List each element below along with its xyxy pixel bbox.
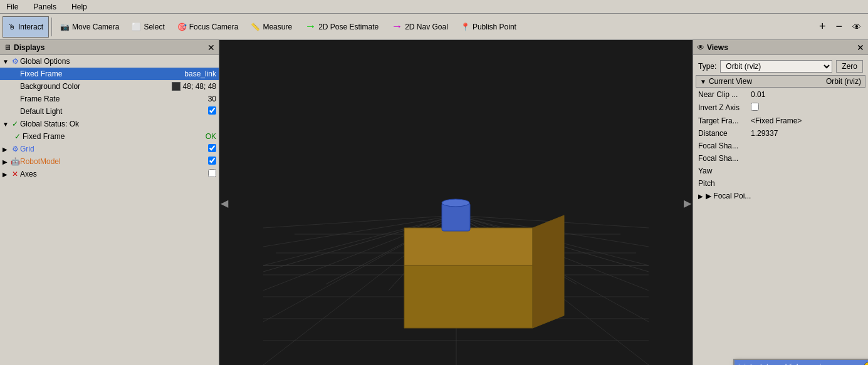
- axes-check[interactable]: [208, 169, 216, 179]
- main-layout: 🖥 Displays ✕ ▼ ⚙ Global Options Fixed Fr…: [0, 40, 868, 365]
- publish-point-button[interactable]: 📍 Publish Point: [455, 16, 522, 38]
- select-label: Select: [144, 23, 164, 31]
- invert-z-check[interactable]: [751, 103, 863, 113]
- pitch-row: Pitch: [696, 178, 865, 189]
- focal-point-label: ▶ Focal Poi...: [706, 192, 756, 200]
- type-dropdown[interactable]: Orbit (rviz): [720, 60, 832, 73]
- focal-point-row[interactable]: ▶ ▶ Focal Poi...: [696, 190, 865, 202]
- distance-label: Distance: [698, 129, 748, 138]
- viewport-left-arrow[interactable]: ◀: [221, 197, 228, 208]
- frame-rate-item[interactable]: Frame Rate 30: [0, 93, 219, 105]
- view-button[interactable]: 👁: [848, 16, 865, 38]
- move-camera-button[interactable]: 📷 Move Camera: [55, 16, 125, 38]
- frame-rate-value: 30: [208, 95, 216, 103]
- svg-marker-28: [404, 228, 533, 265]
- svg-point-31: [442, 199, 469, 207]
- axes-label: Axes: [20, 170, 208, 178]
- focus-camera-button[interactable]: 🎯 Focus Camera: [172, 16, 244, 38]
- axes-item[interactable]: ▶ ✕ Axes: [0, 168, 219, 180]
- go-expand[interactable]: ▼: [3, 58, 10, 65]
- gs-expand[interactable]: ▼: [3, 121, 10, 128]
- views-content: Type: Orbit (rviz) Zero ▼ Current View O…: [693, 55, 868, 256]
- robot-model-icon: 🤖: [10, 157, 20, 166]
- displays-panel-title: Displays: [14, 43, 44, 52]
- 2d-pose-label: 2D Pose Estimate: [318, 23, 379, 31]
- bg-color-item[interactable]: Background Color 48; 48; 48: [0, 80, 219, 93]
- fixed-frame-label: Fixed Frame: [20, 69, 184, 78]
- svg-marker-29: [533, 215, 564, 328]
- fixed-frame-ok-value: OK: [206, 132, 216, 141]
- current-view-value: Orbit (rviz): [826, 77, 861, 86]
- displays-tree: ▼ ⚙ Global Options Fixed Frame base_link…: [0, 55, 219, 365]
- focal-point-expand[interactable]: ▶: [698, 193, 703, 200]
- fixed-frame-ok-label: Fixed Frame: [23, 132, 206, 141]
- displays-panel-icon: 🖥: [4, 43, 11, 52]
- views-panel-header: 👁 Views ✕: [693, 40, 868, 55]
- zero-button[interactable]: Zero: [836, 60, 863, 73]
- yaw-label: Yaw: [698, 167, 748, 175]
- fixed-frame-item[interactable]: Fixed Frame base_link: [0, 68, 219, 80]
- displays-panel: 🖥 Displays ✕ ▼ ⚙ Global Options Fixed Fr…: [0, 40, 219, 365]
- menu-help[interactable]: Help: [68, 1, 91, 13]
- interact-label: Interact: [18, 23, 43, 31]
- robot-model-item[interactable]: ▶ 🤖 RobotModel: [0, 155, 219, 168]
- current-view-expand[interactable]: ▼: [700, 78, 706, 85]
- 2d-nav-button[interactable]: → 2D Nav Goal: [385, 16, 454, 38]
- default-light-label: Default Light: [20, 107, 208, 116]
- grid-icon: ⚙: [10, 145, 20, 153]
- grid-expand[interactable]: ▶: [3, 146, 10, 153]
- move-camera-icon: 📷: [60, 23, 70, 31]
- robot-model-check[interactable]: [208, 157, 216, 167]
- frame-rate-label: Frame Rate: [20, 95, 208, 103]
- interact-button[interactable]: 🖱 Interact: [3, 16, 49, 38]
- popup-controls: _ ✕: [864, 362, 868, 365]
- separator-1: [51, 18, 52, 36]
- axes-expand[interactable]: ▶: [3, 171, 10, 178]
- global-options-label: Global Options: [20, 57, 216, 66]
- viewport[interactable]: ◀ ▶: [219, 40, 693, 365]
- invert-z-row: Invert Z Axis: [696, 101, 865, 114]
- popup-minimize-button[interactable]: _: [864, 362, 868, 365]
- viewport-right-arrow[interactable]: ▶: [684, 197, 691, 208]
- views-panel-icon: 👁: [697, 43, 704, 52]
- type-label: Type:: [698, 62, 716, 71]
- displays-panel-close[interactable]: ✕: [207, 43, 215, 53]
- 2d-pose-button[interactable]: → 2D Pose Estimate: [299, 16, 384, 38]
- grid-check[interactable]: [208, 144, 216, 154]
- fixed-frame-ok-item[interactable]: ✓ Fixed Frame OK: [0, 130, 219, 143]
- focal-sha2-row: Focal Sha...: [696, 153, 865, 164]
- popup-titlebar: joint_state_publisher_gui _ ✕: [735, 360, 868, 365]
- menu-panels[interactable]: Panels: [29, 1, 60, 13]
- menubar: File Panels Help: [0, 0, 868, 14]
- views-panel: 👁 Views ✕ Type: Orbit (rviz) Zero ▼ Curr…: [693, 40, 868, 365]
- svg-rect-30: [442, 203, 470, 231]
- current-view-header[interactable]: ▼ Current View Orbit (rviz): [696, 75, 865, 88]
- rm-expand[interactable]: ▶: [3, 158, 10, 165]
- grid-item[interactable]: ▶ ⚙ Grid: [0, 143, 219, 155]
- measure-button[interactable]: 📏 Measure: [245, 16, 298, 38]
- global-status-item[interactable]: ▼ ✓ Global Status: Ok: [0, 118, 219, 130]
- ffo-check: ✓: [13, 132, 23, 141]
- views-panel-close[interactable]: ✕: [857, 43, 864, 53]
- publish-point-label: Publish Point: [473, 23, 516, 31]
- global-options-item[interactable]: ▼ ⚙ Global Options: [0, 55, 219, 68]
- target-frame-row: Target Fra... <Fixed Frame>: [696, 115, 865, 126]
- bg-color-label: Background Color: [20, 82, 172, 91]
- 2d-pose-icon: →: [305, 20, 316, 33]
- measure-label: Measure: [263, 23, 292, 31]
- joint-state-popup: joint_state_publisher_gui _ ✕ camera2bas…: [733, 359, 868, 365]
- near-clip-value: 0.01: [751, 90, 863, 99]
- views-panel-title: Views: [707, 43, 728, 52]
- pitch-label: Pitch: [698, 179, 748, 188]
- distance-row: Distance 1.29337: [696, 128, 865, 139]
- robot-model-label: RobotModel: [20, 157, 208, 166]
- select-button[interactable]: ⬜ Select: [126, 16, 170, 38]
- bg-color-value: 48; 48; 48: [172, 82, 216, 91]
- default-light-item[interactable]: Default Light: [0, 105, 219, 118]
- default-light-check[interactable]: [208, 106, 216, 116]
- color-swatch: [172, 82, 180, 91]
- remove-button[interactable]: −: [831, 16, 847, 38]
- menu-file[interactable]: File: [3, 1, 22, 13]
- toolbar: 🖱 Interact 📷 Move Camera ⬜ Select 🎯 Focu…: [0, 14, 868, 40]
- add-button[interactable]: +: [815, 16, 830, 38]
